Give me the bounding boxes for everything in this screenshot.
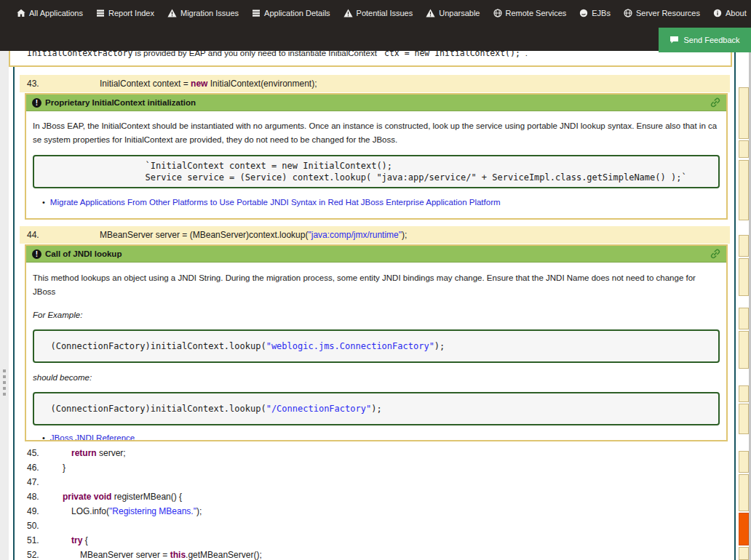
source-line: 47.: [20, 475, 730, 489]
line-number: 51.: [27, 533, 39, 548]
issue-marker[interactable]: [739, 385, 749, 402]
top-navbar: All ApplicationsReport IndexMigration Is…: [0, 0, 751, 51]
warning-icon: [167, 9, 177, 17]
line-number: 49.: [27, 504, 39, 519]
nav-item-unparsable[interactable]: Unparsable: [419, 0, 486, 26]
issue-marker[interactable]: [739, 474, 749, 511]
nav-item-report-index[interactable]: Report Index: [90, 0, 161, 26]
callout-header: Call of JNDI lookup: [26, 246, 726, 263]
nav-item-label: Server Resources: [636, 9, 700, 17]
nav-item-label: Report Index: [108, 9, 154, 17]
nav-item-label: Application Details: [264, 9, 330, 17]
line-number: 44.: [27, 226, 39, 244]
nav-item-ejbs[interactable]: EJBs: [573, 0, 617, 26]
callout-proprietary-initialcontext: Proprietary InitialContext initializatio…: [25, 93, 728, 220]
nav-item-label: All Applications: [29, 9, 83, 17]
nav-item-application-details[interactable]: Application Details: [245, 0, 337, 26]
line-code: private void registerMBean() {: [63, 489, 182, 504]
code-sample: `InitialContext context = new InitialCon…: [33, 155, 720, 188]
line-number: 45.: [27, 446, 39, 460]
right-rule: [734, 51, 736, 560]
reference-link-item: JBoss JNDI Reference: [33, 433, 720, 441]
bullet-icon: [42, 433, 45, 441]
home-icon: [17, 9, 25, 17]
code-line: Service service = (Service) context.look…: [40, 172, 687, 183]
report-page: InitialContextFactory is provided by EAP…: [0, 0, 751, 560]
drag-handle-dot: [3, 387, 6, 390]
nav-item-potential-issues[interactable]: Potential Issues: [337, 0, 420, 26]
globe-icon: [624, 9, 632, 17]
callout-body: In JBoss EAP, the InitialContext should …: [26, 111, 726, 220]
issue-marker[interactable]: [739, 451, 749, 473]
drag-handle-dot: [3, 381, 6, 384]
line-code: LOG.info("Registering MBeans.");: [71, 504, 202, 519]
line-number: 48.: [27, 489, 39, 504]
source-line: 52.MBeanServer server = this.getMBeanSer…: [20, 548, 730, 560]
line-number: 43.: [27, 75, 39, 92]
issue-marker[interactable]: [739, 404, 749, 434]
line-number: 52.: [27, 548, 39, 560]
should-become-label: should become:: [33, 371, 720, 385]
reference-link[interactable]: JBoss JNDI Reference: [50, 433, 135, 441]
nav-item-migration-issues[interactable]: Migration Issues: [161, 0, 245, 26]
report-icon: [96, 9, 105, 17]
send-feedback-button[interactable]: Send Feedback: [659, 28, 751, 52]
globe-icon: [493, 9, 502, 17]
left-rule: [13, 51, 15, 560]
reference-link-item: Migrate Applications From Other Platform…: [33, 198, 720, 207]
line-code: MBeanServer server = (MBeanServer)contex…: [100, 226, 407, 244]
callout-description: In JBoss EAP, the InitialContext should …: [33, 119, 720, 147]
source-line: 50.: [20, 519, 730, 533]
source-line: 49.LOG.info("Registering MBeans.");: [20, 504, 730, 519]
callout-body: This method lookups an object using a JN…: [26, 263, 726, 441]
code-line: (ConnectionFactory)initialContext.lookup…: [40, 404, 382, 414]
nav-item-remote-services[interactable]: Remote Services: [487, 0, 573, 26]
bullet-icon: [42, 198, 45, 207]
source-line: 43.InitialContext context = new InitialC…: [20, 75, 730, 92]
nav-item-label: Unparsable: [439, 9, 480, 17]
nav-item-server-resources[interactable]: Server Resources: [617, 0, 707, 26]
issue-marker[interactable]: [739, 235, 749, 257]
line-code: try {: [71, 533, 88, 548]
issue-marker-orange[interactable]: [739, 513, 749, 545]
warning-icon: [426, 9, 435, 17]
nav-item-label: Migration Issues: [180, 9, 239, 17]
source-line: 45.return server;: [20, 446, 730, 460]
source-line: 44.MBeanServer server = (MBeanServer)con…: [20, 226, 730, 244]
exclamation-circle-icon: [32, 98, 41, 108]
source-line: 48.private void registerMBean() {: [20, 489, 730, 504]
issue-marker[interactable]: [739, 331, 749, 369]
info-icon: [713, 9, 722, 17]
nav-item-all-applications[interactable]: All Applications: [10, 0, 90, 26]
callout-title: Call of JNDI lookup: [45, 249, 122, 258]
nav-item-label: Remote Services: [506, 9, 567, 17]
issue-marker[interactable]: [739, 258, 749, 296]
line-code: return server;: [71, 446, 126, 460]
callout-title: Proprietary InitialContext initializatio…: [45, 98, 196, 107]
drag-handle-dot: [3, 369, 6, 372]
issue-marker[interactable]: [739, 308, 749, 329]
nav-item-label: Potential Issues: [357, 9, 413, 17]
issue-marker[interactable]: [739, 140, 749, 158]
exclamation-circle-icon: [32, 249, 41, 259]
code-sample: (ConnectionFactory)initialContext.lookup…: [33, 392, 720, 425]
link-chain-icon[interactable]: [710, 249, 720, 259]
callout-jndi-lookup: Call of JNDI lookup This method lookups …: [25, 244, 728, 441]
link-chain-icon[interactable]: [710, 97, 720, 108]
left-gutter: [0, 26, 9, 560]
callout-description: This method lookups an object using a JN…: [33, 271, 720, 299]
drag-handle-dot: [3, 375, 6, 378]
nav-item-label: EJBs: [592, 9, 611, 17]
issue-marker[interactable]: [739, 160, 749, 220]
issue-marker[interactable]: [739, 87, 749, 139]
nav-item-about[interactable]: About: [707, 0, 751, 26]
reference-link[interactable]: Migrate Applications From Other Platform…: [50, 198, 501, 207]
code-line: `InitialContext context = new InitialCon…: [40, 161, 392, 171]
line-number: 47.: [27, 475, 39, 489]
line-code: InitialContext context = new InitialCont…: [100, 75, 317, 92]
line-number: 46.: [27, 460, 39, 475]
circle-icon: [579, 9, 588, 17]
issue-marker[interactable]: [739, 547, 749, 560]
example-label: For Example:: [33, 308, 720, 322]
callout-header: Proprietary InitialContext initializatio…: [26, 95, 726, 111]
